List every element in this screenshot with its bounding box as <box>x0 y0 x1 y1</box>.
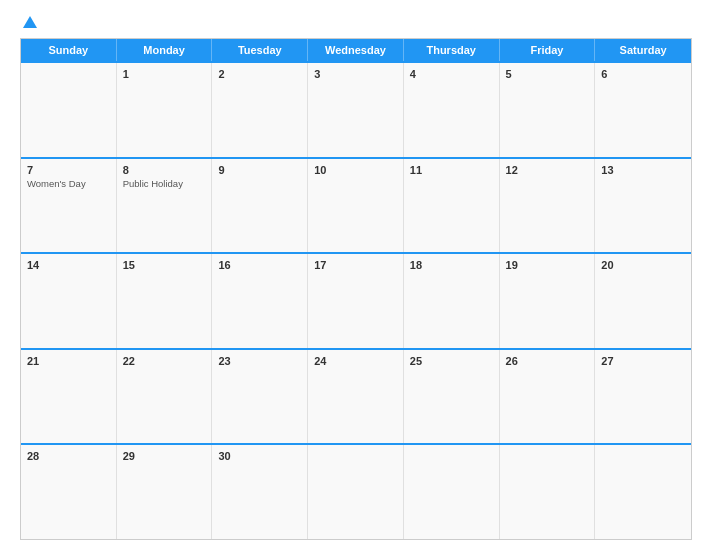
calendar-cell: 6 <box>595 63 691 157</box>
calendar-cell: 27 <box>595 350 691 444</box>
calendar-cell: 3 <box>308 63 404 157</box>
day-number: 14 <box>27 259 110 271</box>
calendar-cell <box>21 63 117 157</box>
calendar-cell: 15 <box>117 254 213 348</box>
calendar: SundayMondayTuesdayWednesdayThursdayFrid… <box>20 38 692 540</box>
calendar-cell: 23 <box>212 350 308 444</box>
calendar-week-2: 7Women's Day8Public Holiday910111213 <box>21 157 691 253</box>
calendar-cell: 21 <box>21 350 117 444</box>
calendar-cell: 8Public Holiday <box>117 159 213 253</box>
day-number: 4 <box>410 68 493 80</box>
calendar-cell: 25 <box>404 350 500 444</box>
day-number: 11 <box>410 164 493 176</box>
day-number: 28 <box>27 450 110 462</box>
day-number: 16 <box>218 259 301 271</box>
header-cell-friday: Friday <box>500 39 596 61</box>
calendar-cell: 7Women's Day <box>21 159 117 253</box>
calendar-cell: 20 <box>595 254 691 348</box>
day-number: 3 <box>314 68 397 80</box>
day-number: 2 <box>218 68 301 80</box>
day-number: 19 <box>506 259 589 271</box>
logo-blue-text <box>20 16 37 28</box>
calendar-cell: 11 <box>404 159 500 253</box>
header-cell-thursday: Thursday <box>404 39 500 61</box>
calendar-week-1: 123456 <box>21 61 691 157</box>
day-number: 17 <box>314 259 397 271</box>
day-number: 30 <box>218 450 301 462</box>
calendar-week-3: 14151617181920 <box>21 252 691 348</box>
header <box>20 16 692 28</box>
page: SundayMondayTuesdayWednesdayThursdayFrid… <box>0 0 712 550</box>
calendar-cell: 13 <box>595 159 691 253</box>
calendar-week-4: 21222324252627 <box>21 348 691 444</box>
calendar-cell: 24 <box>308 350 404 444</box>
calendar-cell: 2 <box>212 63 308 157</box>
day-number: 15 <box>123 259 206 271</box>
day-number: 25 <box>410 355 493 367</box>
day-number: 18 <box>410 259 493 271</box>
calendar-cell: 26 <box>500 350 596 444</box>
day-number: 13 <box>601 164 685 176</box>
calendar-cell: 14 <box>21 254 117 348</box>
day-number: 23 <box>218 355 301 367</box>
day-number: 26 <box>506 355 589 367</box>
day-number: 8 <box>123 164 206 176</box>
calendar-cell <box>500 445 596 539</box>
calendar-cell: 5 <box>500 63 596 157</box>
event-label: Public Holiday <box>123 178 206 189</box>
calendar-week-5: 282930 <box>21 443 691 539</box>
calendar-body: 1234567Women's Day8Public Holiday9101112… <box>21 61 691 539</box>
calendar-cell: 22 <box>117 350 213 444</box>
day-number: 1 <box>123 68 206 80</box>
calendar-cell <box>308 445 404 539</box>
day-number: 6 <box>601 68 685 80</box>
header-cell-saturday: Saturday <box>595 39 691 61</box>
header-cell-tuesday: Tuesday <box>212 39 308 61</box>
calendar-cell: 4 <box>404 63 500 157</box>
header-cell-wednesday: Wednesday <box>308 39 404 61</box>
header-cell-sunday: Sunday <box>21 39 117 61</box>
day-number: 5 <box>506 68 589 80</box>
calendar-cell: 16 <box>212 254 308 348</box>
calendar-cell <box>595 445 691 539</box>
calendar-header-row: SundayMondayTuesdayWednesdayThursdayFrid… <box>21 39 691 61</box>
calendar-cell: 9 <box>212 159 308 253</box>
calendar-cell <box>404 445 500 539</box>
day-number: 12 <box>506 164 589 176</box>
day-number: 20 <box>601 259 685 271</box>
day-number: 10 <box>314 164 397 176</box>
day-number: 29 <box>123 450 206 462</box>
calendar-cell: 10 <box>308 159 404 253</box>
calendar-cell: 19 <box>500 254 596 348</box>
calendar-cell: 12 <box>500 159 596 253</box>
day-number: 27 <box>601 355 685 367</box>
day-number: 7 <box>27 164 110 176</box>
calendar-cell: 17 <box>308 254 404 348</box>
day-number: 21 <box>27 355 110 367</box>
logo <box>20 16 37 28</box>
calendar-cell: 29 <box>117 445 213 539</box>
calendar-cell: 1 <box>117 63 213 157</box>
day-number: 9 <box>218 164 301 176</box>
day-number: 24 <box>314 355 397 367</box>
calendar-cell: 18 <box>404 254 500 348</box>
header-cell-monday: Monday <box>117 39 213 61</box>
event-label: Women's Day <box>27 178 110 189</box>
logo-triangle-icon <box>23 16 37 28</box>
calendar-cell: 28 <box>21 445 117 539</box>
day-number: 22 <box>123 355 206 367</box>
calendar-cell: 30 <box>212 445 308 539</box>
